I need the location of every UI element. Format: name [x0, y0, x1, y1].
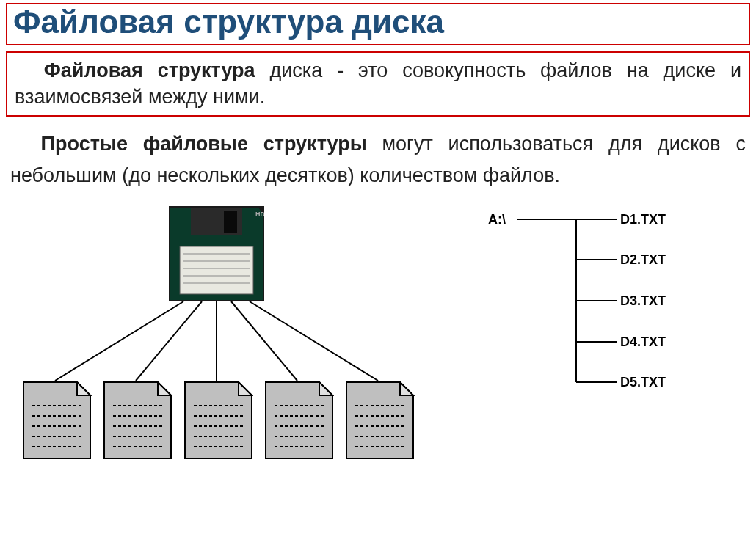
tree-root-label: A:\	[488, 212, 506, 227]
tree-file-label: D2.TXT	[620, 252, 666, 268]
paragraph-bold: Простые файловые структуры	[41, 133, 367, 155]
tree-file-label: D3.TXT	[620, 293, 666, 309]
svg-marker-32	[239, 382, 252, 395]
title-box: Файловая структура диска	[6, 3, 750, 45]
diagram-area: HD	[0, 206, 756, 485]
svg-line-12	[55, 301, 183, 381]
svg-marker-25	[158, 382, 171, 395]
paragraph: Простые файловые структуры могут использ…	[10, 128, 746, 191]
file-icon	[264, 381, 334, 460]
file-icon	[22, 381, 92, 460]
tree-file-label: D1.TXT	[620, 212, 666, 227]
tree-file-label: D4.TXT	[620, 334, 666, 350]
svg-line-15	[231, 301, 297, 381]
svg-line-13	[136, 301, 202, 381]
definition-text: Файловая структура диска - это совокупно…	[15, 57, 741, 111]
definition-bold: Файловая структура	[44, 59, 255, 81]
tree-lines	[517, 219, 708, 403]
file-icon	[183, 381, 253, 460]
svg-line-16	[250, 301, 378, 381]
svg-marker-39	[319, 382, 332, 395]
file-icon	[345, 381, 415, 460]
tree-file-label: D5.TXT	[620, 375, 666, 390]
definition-box: Файловая структура диска - это совокупно…	[6, 51, 750, 117]
file-icon	[103, 381, 172, 460]
svg-marker-18	[77, 382, 90, 395]
page-title: Файловая структура диска	[13, 6, 743, 38]
svg-marker-46	[400, 382, 413, 395]
